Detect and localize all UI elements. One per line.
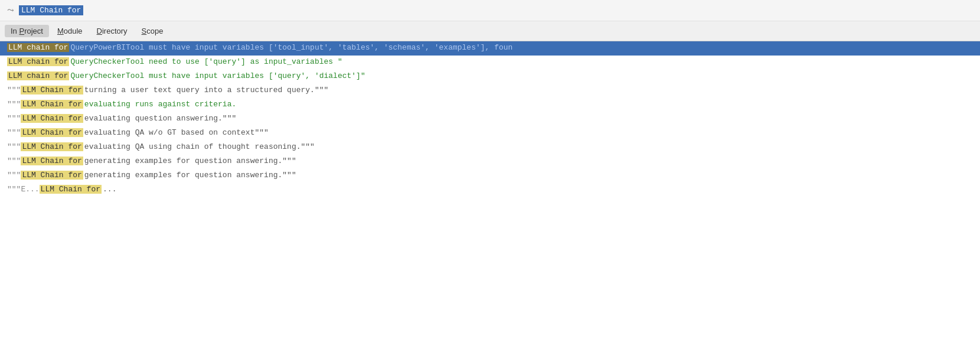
- result-rest: QueryCheckerTool must have input variabl…: [70, 71, 365, 80]
- result-rest: generating examples for question answeri…: [84, 157, 296, 165]
- result-row[interactable]: """LLM Chain for generating examples for…: [0, 169, 980, 183]
- result-row[interactable]: """LLM Chain for generating examples for…: [0, 155, 980, 169]
- quote-prefix: """: [7, 128, 21, 137]
- quote-prefix: """: [7, 114, 21, 123]
- highlight-match: LLM chain for: [7, 71, 69, 80]
- highlight-match: LLM Chain for: [21, 128, 83, 137]
- result-row[interactable]: """LLM Chain for evaluating question ans…: [0, 112, 980, 126]
- result-rest: evaluating QA w/o GT based on context""": [84, 128, 269, 137]
- result-row[interactable]: """LLM Chain for evaluating QA w/o GT ba…: [0, 126, 980, 141]
- result-rest: evaluating QA using chain of thought rea…: [84, 142, 315, 151]
- result-rest: evaluating runs against criteria.: [84, 100, 236, 109]
- quote-prefix: """: [7, 86, 21, 94]
- result-row[interactable]: """E...LLM Chain for ...: [0, 183, 980, 197]
- result-rest: generating examples for question answeri…: [84, 171, 296, 180]
- result-row[interactable]: LLM chain for QueryPowerBITool must have…: [0, 41, 980, 56]
- tab-scope[interactable]: Scope: [136, 25, 169, 37]
- result-rest: turning a user text query into a structu…: [84, 86, 328, 94]
- result-row[interactable]: """LLM Chain for turning a user text que…: [0, 84, 980, 98]
- highlight-match: LLM chain for: [7, 57, 69, 66]
- search-icon: ⤳: [7, 5, 14, 15]
- quote-prefix: """: [7, 100, 21, 109]
- highlight-match: LLM Chain for: [40, 185, 102, 194]
- highlight-match: LLM Chain for: [21, 86, 83, 94]
- result-rest: ...: [103, 185, 116, 194]
- result-rest: QueryPowerBITool must have input variabl…: [70, 43, 512, 52]
- quote-prefix: """: [7, 171, 21, 180]
- result-rest: QueryCheckerTool need to use ['query'] a…: [70, 57, 342, 66]
- quote-prefix: """: [7, 142, 21, 151]
- highlight-match: LLM Chain for: [21, 114, 83, 123]
- search-input-wrapper: LLM Chain for: [19, 5, 973, 15]
- result-rest: evaluating question answering.""": [84, 114, 236, 123]
- tabs-bar: In ProjectModuleDirectoryScope: [0, 21, 980, 41]
- result-row[interactable]: """LLM Chain for evaluating runs against…: [0, 98, 980, 112]
- highlight-match: LLM Chain for: [21, 157, 83, 165]
- results-container: LLM chain for QueryPowerBITool must have…: [0, 41, 980, 352]
- highlight-match: LLM Chain for: [21, 142, 83, 151]
- tab-directory[interactable]: Directory: [91, 25, 133, 37]
- quote-prefix: """E...: [7, 185, 40, 194]
- highlight-match: LLM chain for: [7, 43, 69, 52]
- result-row[interactable]: LLM chain for QueryCheckerTool need to u…: [0, 56, 980, 70]
- result-row[interactable]: """LLM Chain for evaluating QA using cha…: [0, 141, 980, 155]
- search-query-highlight[interactable]: LLM Chain for: [19, 5, 83, 15]
- tab-in-project[interactable]: In Project: [5, 25, 49, 37]
- highlight-match: LLM Chain for: [21, 100, 83, 109]
- search-bar: ⤳ LLM Chain for: [0, 0, 980, 21]
- quote-prefix: """: [7, 157, 21, 165]
- tab-module[interactable]: Module: [51, 25, 89, 37]
- highlight-match: LLM Chain for: [21, 171, 83, 180]
- result-row[interactable]: LLM chain for QueryCheckerTool must have…: [0, 70, 980, 84]
